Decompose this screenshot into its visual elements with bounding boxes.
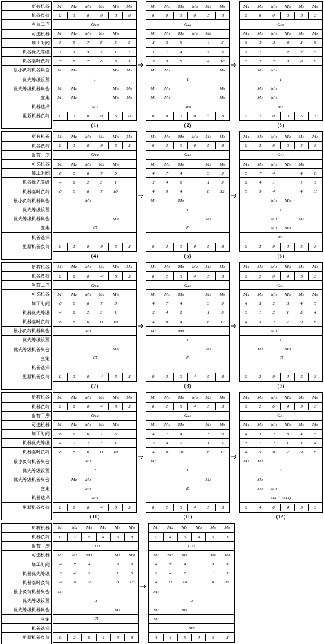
data-cell: M₂: [253, 93, 267, 101]
data-cell: 8: [267, 448, 280, 456]
data-cell: M₃: [267, 485, 280, 493]
data-cell: 0: [240, 504, 254, 511]
data-cell: M₁: [146, 327, 160, 335]
span-cell: ∅: [53, 615, 138, 623]
data-cell: 8: [202, 448, 215, 456]
row-label: 加工时间: [2, 39, 51, 48]
data-cell: 6: [267, 402, 281, 410]
data-cell: 4: [281, 402, 295, 410]
data-cell: 1: [109, 178, 122, 186]
data-cell: 4: [149, 560, 163, 568]
data-cell: 1: [267, 178, 280, 186]
data-cell: 2: [174, 178, 187, 186]
data-cell: M₄: [81, 30, 95, 37]
data-cell: M₂: [68, 524, 82, 531]
data-cell: 0: [123, 112, 137, 120]
data-cell: 3: [309, 373, 322, 381]
data-cell: 5: [202, 12, 216, 19]
data-cell: M₄: [281, 290, 294, 298]
span-cell: 2: [149, 597, 234, 605]
row-label: 机器临时负荷: [2, 578, 51, 587]
data-cell: M₂: [160, 160, 174, 168]
row-labels: 所有机器机器负荷当前工序可选机器加工时间机器优先等级机器临时负荷最小负荷机器集合…: [1, 1, 52, 129]
data-cell: M₃: [81, 421, 95, 428]
data-cell: 6: [81, 430, 95, 438]
span-cell: 1: [146, 466, 229, 474]
data-cell: 2: [160, 243, 175, 251]
data-cell: 6: [67, 299, 81, 307]
data-cell: 2: [68, 504, 82, 511]
data-cell: M₂: [67, 93, 81, 101]
data-cell: 4: [160, 178, 174, 186]
data-cell: 4: [53, 560, 68, 568]
data-cell: M₁: [240, 133, 253, 140]
data-cell: M₃: [160, 30, 174, 37]
data-cell: M₅: [110, 524, 124, 531]
data-cell: 2: [146, 178, 160, 186]
data-cell: 8: [53, 169, 67, 177]
span-cell: O₂₁: [240, 412, 322, 419]
data-cell: 0: [81, 272, 95, 280]
data-cell: 3: [215, 48, 229, 56]
data-cell: M₃: [160, 93, 174, 101]
data-cell: 9: [253, 187, 267, 195]
data-cell: 2: [160, 402, 175, 410]
data-cell: 2: [240, 48, 253, 56]
data-cell: M₁: [53, 551, 68, 559]
arrow-icon: [138, 1, 144, 129]
row-label: 交集: [2, 354, 51, 363]
data-cell: M₆: [122, 133, 136, 140]
data-cell: 4: [53, 439, 67, 447]
data-cell: 3: [110, 560, 124, 568]
data-cell: 2: [267, 430, 280, 438]
data-cell: M₆: [215, 3, 229, 10]
row-label: 优先等级设置: [2, 596, 51, 605]
data-cell: 5: [202, 142, 216, 149]
row-label: 机器负荷: [2, 11, 51, 20]
data-cell: M₃: [174, 263, 187, 270]
data-cell: M₄: [188, 3, 202, 10]
data-cell: 4: [281, 373, 295, 381]
data-cell: M₁: [53, 524, 68, 531]
iteration-row: 所有机器机器负荷当前工序可选机器加工时间机器优先等级机器临时负荷最小负荷机器集合…: [1, 523, 323, 644]
row-label: 最小负荷机器集合: [2, 66, 51, 75]
data-cell: 2: [146, 439, 160, 447]
data-cell: 2: [67, 308, 81, 316]
data-cell: 2: [281, 48, 294, 56]
data-cell: M₂: [67, 3, 81, 10]
data-cell: M₃: [267, 327, 280, 335]
row-label: 机器负荷: [2, 402, 51, 412]
data-cell: M₂: [253, 485, 267, 493]
data-cell: 4: [146, 169, 160, 177]
data-cell: 2: [53, 569, 68, 577]
data-cell: M₆: [122, 84, 136, 92]
data-cell: 2: [67, 178, 81, 186]
data-cell: M₅: [109, 84, 122, 92]
data-cell: 0: [53, 373, 68, 381]
data-cell: 5: [109, 402, 123, 410]
data-cell: M₅: [294, 3, 308, 10]
data-cell: M₆: [215, 84, 229, 92]
span-cell: 1: [53, 206, 136, 214]
data-cell: M₆: [122, 93, 136, 101]
data-cell: 5: [295, 12, 309, 19]
data-cell: 3: [123, 504, 137, 511]
data-cell: 7: [253, 169, 267, 177]
span-cell: ∅: [146, 224, 229, 232]
data-cell: 12: [215, 448, 229, 456]
panel-11: M₁M₂M₃M₄M₅M₆026453O₂₃M₁M₂M₃M₅M₆474392421…: [146, 392, 229, 520]
data-cell: M₅: [109, 215, 122, 223]
data-cell: 1: [281, 439, 294, 447]
data-cell: 8: [309, 57, 322, 65]
data-cell: 4: [164, 533, 178, 541]
panel-number: （11）: [180, 513, 196, 520]
data-cell: 5: [202, 112, 216, 120]
data-cell: M₃: [177, 524, 191, 531]
data-cell: M₂: [253, 457, 267, 465]
data-cell: 8: [53, 430, 67, 438]
data-cell: 0: [281, 12, 295, 19]
data-cell: 5: [206, 634, 220, 641]
data-cell: 3: [309, 48, 322, 56]
data-cell: 0: [68, 12, 82, 19]
row-label: 机器临时负荷: [2, 57, 51, 66]
